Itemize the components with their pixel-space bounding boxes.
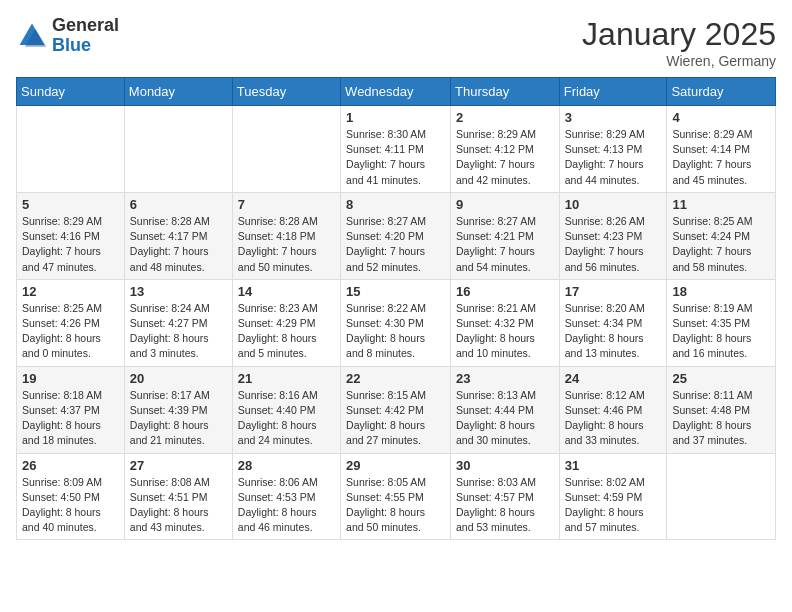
calendar-cell: 16Sunrise: 8:21 AM Sunset: 4:32 PM Dayli…: [451, 279, 560, 366]
calendar-cell: 23Sunrise: 8:13 AM Sunset: 4:44 PM Dayli…: [451, 366, 560, 453]
logo-icon: [16, 20, 48, 52]
calendar-cell: 12Sunrise: 8:25 AM Sunset: 4:26 PM Dayli…: [17, 279, 125, 366]
day-info: Sunrise: 8:15 AM Sunset: 4:42 PM Dayligh…: [346, 388, 445, 449]
day-info: Sunrise: 8:29 AM Sunset: 4:13 PM Dayligh…: [565, 127, 662, 188]
calendar-cell: 21Sunrise: 8:16 AM Sunset: 4:40 PM Dayli…: [232, 366, 340, 453]
day-info: Sunrise: 8:29 AM Sunset: 4:14 PM Dayligh…: [672, 127, 770, 188]
calendar-cell: 18Sunrise: 8:19 AM Sunset: 4:35 PM Dayli…: [667, 279, 776, 366]
month-title: January 2025: [582, 16, 776, 53]
day-of-week-header: Friday: [559, 78, 667, 106]
calendar-cell: [124, 106, 232, 193]
location: Wieren, Germany: [582, 53, 776, 69]
day-info: Sunrise: 8:22 AM Sunset: 4:30 PM Dayligh…: [346, 301, 445, 362]
day-info: Sunrise: 8:05 AM Sunset: 4:55 PM Dayligh…: [346, 475, 445, 536]
day-info: Sunrise: 8:20 AM Sunset: 4:34 PM Dayligh…: [565, 301, 662, 362]
day-info: Sunrise: 8:23 AM Sunset: 4:29 PM Dayligh…: [238, 301, 335, 362]
calendar-cell: 31Sunrise: 8:02 AM Sunset: 4:59 PM Dayli…: [559, 453, 667, 540]
day-info: Sunrise: 8:02 AM Sunset: 4:59 PM Dayligh…: [565, 475, 662, 536]
calendar-cell: 15Sunrise: 8:22 AM Sunset: 4:30 PM Dayli…: [341, 279, 451, 366]
title-block: January 2025 Wieren, Germany: [582, 16, 776, 69]
calendar-cell: 14Sunrise: 8:23 AM Sunset: 4:29 PM Dayli…: [232, 279, 340, 366]
day-number: 2: [456, 110, 554, 125]
day-of-week-header: Thursday: [451, 78, 560, 106]
day-number: 1: [346, 110, 445, 125]
calendar-week-row: 19Sunrise: 8:18 AM Sunset: 4:37 PM Dayli…: [17, 366, 776, 453]
day-of-week-header: Monday: [124, 78, 232, 106]
day-number: 8: [346, 197, 445, 212]
calendar-cell: 8Sunrise: 8:27 AM Sunset: 4:20 PM Daylig…: [341, 192, 451, 279]
calendar-week-row: 5Sunrise: 8:29 AM Sunset: 4:16 PM Daylig…: [17, 192, 776, 279]
calendar-cell: 28Sunrise: 8:06 AM Sunset: 4:53 PM Dayli…: [232, 453, 340, 540]
day-info: Sunrise: 8:12 AM Sunset: 4:46 PM Dayligh…: [565, 388, 662, 449]
day-info: Sunrise: 8:30 AM Sunset: 4:11 PM Dayligh…: [346, 127, 445, 188]
day-info: Sunrise: 8:08 AM Sunset: 4:51 PM Dayligh…: [130, 475, 227, 536]
logo-blue: Blue: [52, 36, 119, 56]
calendar-cell: [232, 106, 340, 193]
day-info: Sunrise: 8:28 AM Sunset: 4:17 PM Dayligh…: [130, 214, 227, 275]
day-info: Sunrise: 8:29 AM Sunset: 4:12 PM Dayligh…: [456, 127, 554, 188]
day-number: 26: [22, 458, 119, 473]
logo-text: General Blue: [52, 16, 119, 56]
day-number: 23: [456, 371, 554, 386]
day-info: Sunrise: 8:13 AM Sunset: 4:44 PM Dayligh…: [456, 388, 554, 449]
day-info: Sunrise: 8:26 AM Sunset: 4:23 PM Dayligh…: [565, 214, 662, 275]
calendar-header-row: SundayMondayTuesdayWednesdayThursdayFrid…: [17, 78, 776, 106]
calendar-cell: 24Sunrise: 8:12 AM Sunset: 4:46 PM Dayli…: [559, 366, 667, 453]
day-number: 5: [22, 197, 119, 212]
day-number: 6: [130, 197, 227, 212]
day-number: 27: [130, 458, 227, 473]
logo-general: General: [52, 16, 119, 36]
calendar-week-row: 1Sunrise: 8:30 AM Sunset: 4:11 PM Daylig…: [17, 106, 776, 193]
day-info: Sunrise: 8:19 AM Sunset: 4:35 PM Dayligh…: [672, 301, 770, 362]
day-number: 19: [22, 371, 119, 386]
day-number: 10: [565, 197, 662, 212]
day-info: Sunrise: 8:28 AM Sunset: 4:18 PM Dayligh…: [238, 214, 335, 275]
day-number: 25: [672, 371, 770, 386]
day-number: 9: [456, 197, 554, 212]
calendar-cell: 4Sunrise: 8:29 AM Sunset: 4:14 PM Daylig…: [667, 106, 776, 193]
day-info: Sunrise: 8:25 AM Sunset: 4:26 PM Dayligh…: [22, 301, 119, 362]
day-info: Sunrise: 8:29 AM Sunset: 4:16 PM Dayligh…: [22, 214, 119, 275]
calendar-week-row: 12Sunrise: 8:25 AM Sunset: 4:26 PM Dayli…: [17, 279, 776, 366]
day-number: 7: [238, 197, 335, 212]
page-header: General Blue January 2025 Wieren, German…: [16, 16, 776, 69]
day-number: 4: [672, 110, 770, 125]
day-number: 14: [238, 284, 335, 299]
calendar-cell: [667, 453, 776, 540]
day-number: 18: [672, 284, 770, 299]
day-number: 22: [346, 371, 445, 386]
day-number: 12: [22, 284, 119, 299]
day-info: Sunrise: 8:21 AM Sunset: 4:32 PM Dayligh…: [456, 301, 554, 362]
day-number: 21: [238, 371, 335, 386]
day-info: Sunrise: 8:03 AM Sunset: 4:57 PM Dayligh…: [456, 475, 554, 536]
calendar-table: SundayMondayTuesdayWednesdayThursdayFrid…: [16, 77, 776, 540]
calendar-cell: 26Sunrise: 8:09 AM Sunset: 4:50 PM Dayli…: [17, 453, 125, 540]
calendar-cell: 5Sunrise: 8:29 AM Sunset: 4:16 PM Daylig…: [17, 192, 125, 279]
calendar-cell: 30Sunrise: 8:03 AM Sunset: 4:57 PM Dayli…: [451, 453, 560, 540]
day-number: 28: [238, 458, 335, 473]
day-info: Sunrise: 8:06 AM Sunset: 4:53 PM Dayligh…: [238, 475, 335, 536]
day-number: 20: [130, 371, 227, 386]
day-number: 31: [565, 458, 662, 473]
calendar-cell: 25Sunrise: 8:11 AM Sunset: 4:48 PM Dayli…: [667, 366, 776, 453]
day-number: 16: [456, 284, 554, 299]
day-info: Sunrise: 8:25 AM Sunset: 4:24 PM Dayligh…: [672, 214, 770, 275]
day-number: 11: [672, 197, 770, 212]
calendar-cell: 27Sunrise: 8:08 AM Sunset: 4:51 PM Dayli…: [124, 453, 232, 540]
day-of-week-header: Wednesday: [341, 78, 451, 106]
calendar-cell: [17, 106, 125, 193]
calendar-cell: 7Sunrise: 8:28 AM Sunset: 4:18 PM Daylig…: [232, 192, 340, 279]
day-info: Sunrise: 8:09 AM Sunset: 4:50 PM Dayligh…: [22, 475, 119, 536]
calendar-cell: 1Sunrise: 8:30 AM Sunset: 4:11 PM Daylig…: [341, 106, 451, 193]
day-number: 30: [456, 458, 554, 473]
day-number: 15: [346, 284, 445, 299]
day-number: 29: [346, 458, 445, 473]
calendar-cell: 13Sunrise: 8:24 AM Sunset: 4:27 PM Dayli…: [124, 279, 232, 366]
calendar-cell: 11Sunrise: 8:25 AM Sunset: 4:24 PM Dayli…: [667, 192, 776, 279]
calendar-week-row: 26Sunrise: 8:09 AM Sunset: 4:50 PM Dayli…: [17, 453, 776, 540]
day-info: Sunrise: 8:18 AM Sunset: 4:37 PM Dayligh…: [22, 388, 119, 449]
calendar-cell: 2Sunrise: 8:29 AM Sunset: 4:12 PM Daylig…: [451, 106, 560, 193]
day-info: Sunrise: 8:11 AM Sunset: 4:48 PM Dayligh…: [672, 388, 770, 449]
day-info: Sunrise: 8:24 AM Sunset: 4:27 PM Dayligh…: [130, 301, 227, 362]
day-info: Sunrise: 8:27 AM Sunset: 4:21 PM Dayligh…: [456, 214, 554, 275]
